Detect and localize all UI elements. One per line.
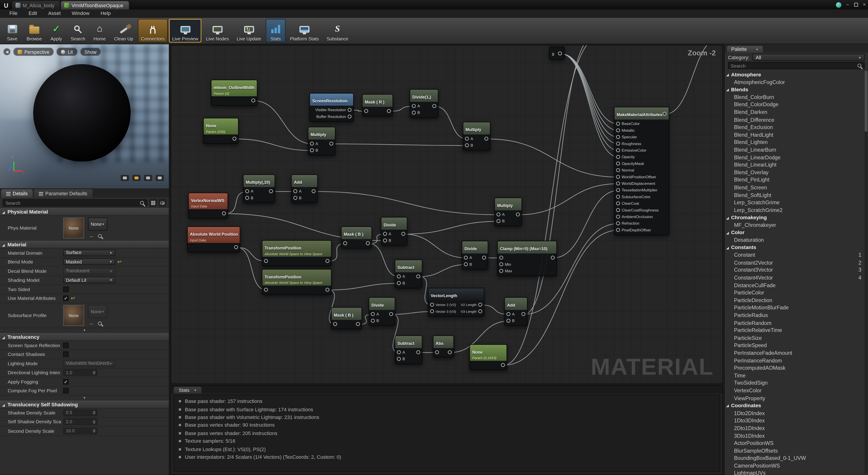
input-pin[interactable] (616, 161, 620, 165)
input-pin[interactable] (397, 274, 401, 278)
input-pin[interactable] (616, 215, 620, 218)
asset-dropdown[interactable]: None▼ (88, 217, 107, 231)
palette-item-blend-difference[interactable]: Blend_Difference (725, 116, 868, 123)
asset-dropdown[interactable]: None▼ (88, 305, 107, 318)
input-pin[interactable] (245, 196, 249, 199)
menu-asset[interactable]: Asset (43, 10, 66, 17)
dropdown-decal-blend-mode[interactable]: Translucent▼ (63, 268, 115, 274)
input-pin[interactable] (616, 122, 620, 125)
palette-item-blend-screen[interactable]: Blend_Screen (725, 184, 868, 191)
output-pin[interactable] (269, 189, 273, 193)
toolbar-live-update-button[interactable]: ↻Live Update (233, 19, 265, 42)
input-pin[interactable] (412, 104, 416, 107)
palette-item-3dto1dindex[interactable]: 3Dto1DIndex (725, 432, 868, 439)
node-multiply[interactable]: MultiplyAB (463, 122, 490, 151)
output-pin[interactable] (432, 104, 436, 107)
node-transformposition[interactable]: TransformPositionAbsolute World Space to… (262, 269, 332, 295)
palette-item-1dto2dindex[interactable]: 1Dto2DIndex (725, 409, 868, 417)
input-pin[interactable] (506, 318, 510, 322)
palette-item-camerapositionws[interactable]: CameraPositionWS (725, 462, 868, 470)
palette-group-color[interactable]: ◢Color (725, 229, 868, 236)
palette-item-lerp-scratchgrime[interactable]: Lerp_ScratchGrime (725, 199, 868, 206)
input-pin[interactable] (383, 238, 387, 242)
palette-item-2dto1dindex[interactable]: 2Dto1DIndex (725, 424, 868, 432)
palette-item-lightmapuvs[interactable]: LightmapUVs (725, 470, 868, 475)
palette-item-particlemotionblurfade[interactable]: ParticleMotionBlurFade (725, 304, 868, 311)
checkbox-compute-fog-per-pixel[interactable] (63, 388, 68, 393)
input-pin[interactable] (371, 318, 375, 322)
input-pin[interactable] (616, 195, 620, 198)
tab-stats[interactable]: Stats ▼ (174, 387, 202, 393)
palette-item-blend-colordodge[interactable]: Blend_ColorDodge (725, 101, 868, 108)
palette-item-desaturation[interactable]: Desaturation (725, 236, 868, 244)
minimize-button[interactable]: – (846, 2, 849, 7)
node-divide-1[interactable]: Divide(1,)AB (410, 89, 438, 118)
palette-item-particlerandom[interactable]: ParticleRandom (725, 319, 868, 326)
output-pin[interactable] (356, 322, 360, 326)
palette-scrollbar[interactable] (865, 71, 867, 474)
details-search-input[interactable]: Search (3, 199, 147, 207)
checkbox-screen-space-reflection[interactable] (63, 342, 68, 348)
use-selected-asset-icon[interactable]: ← (89, 233, 94, 239)
palette-search-input[interactable]: Search (728, 62, 865, 69)
input-pin[interactable] (616, 228, 620, 232)
input-pin[interactable] (430, 309, 434, 313)
palette-item-constant[interactable]: Constant1 (725, 251, 868, 259)
input-pin[interactable] (333, 322, 337, 326)
menu-window[interactable]: Window (67, 10, 94, 17)
palette-item-particleradius[interactable]: ParticleRadius (725, 312, 868, 319)
output-pin[interactable] (232, 136, 237, 140)
output-pin[interactable] (401, 232, 405, 235)
viewport-tool-button-4[interactable] (155, 174, 164, 182)
input-pin[interactable] (616, 201, 620, 205)
palette-item-vertexcolor[interactable]: VertexColor (725, 387, 868, 394)
palette-item-particlespeed[interactable]: ParticleSpeed (725, 342, 868, 349)
palette-item-blend-linearburn[interactable]: Blend_LinearBurn (725, 146, 868, 153)
palette-item-particledirection[interactable]: ParticleDirection (725, 296, 868, 304)
tab-parameter-defaults[interactable]: Parameter Defaults (34, 189, 92, 198)
reset-to-default-icon[interactable]: ↩ (117, 259, 121, 264)
spinbox-second-density-scale[interactable]: 10.0 (63, 428, 97, 434)
toolbar-clean-up-button[interactable]: Clean Up (111, 19, 136, 42)
palette-group-blends[interactable]: ◢Blends (725, 86, 868, 93)
asset-thumbnail[interactable]: None (63, 217, 84, 239)
input-pin[interactable] (616, 208, 620, 212)
output-pin[interactable] (416, 274, 420, 278)
input-pin[interactable] (465, 136, 469, 140)
palette-item-constant4vector[interactable]: Constant4Vector4 (725, 274, 868, 281)
menu-edit[interactable]: Edit (24, 10, 42, 17)
spinbox-directional-lighting-inten[interactable]: 1.0 (63, 369, 97, 376)
node-clamp-min-0-max-10[interactable]: Clamp (Min=0) (Max=10)MinMax (497, 241, 557, 276)
output-pin[interactable] (485, 136, 488, 140)
input-pin[interactable] (245, 189, 249, 193)
viewport-collapse-toolbar-icon[interactable]: ◀ (3, 48, 11, 55)
palette-item-precomputedaomask[interactable]: PrecomputedAOMask (725, 364, 868, 372)
input-pin[interactable] (310, 141, 314, 145)
input-pin[interactable] (497, 219, 500, 223)
palette-item-1dto3dindex[interactable]: 1Dto3DIndex (725, 417, 868, 424)
input-pin[interactable] (397, 281, 401, 285)
palette-item-perinstancerandom[interactable]: PerInstanceRandom (725, 357, 868, 364)
palette-item-constant2vector[interactable]: Constant2Vector2 (725, 259, 868, 266)
output-pin[interactable] (389, 312, 393, 316)
palette-group-atmosphere[interactable]: ◢Atmosphere (725, 71, 868, 78)
preview-viewport[interactable]: ◀ Perspective Lit Show (0, 44, 169, 188)
palette-item-blend-lighten[interactable]: Blend_Lighten (725, 138, 868, 146)
palette-item-distancecullfade[interactable]: DistanceCullFade (725, 282, 868, 289)
category-dropdown[interactable]: All ▼ (752, 54, 865, 61)
session-indicator-icon[interactable] (836, 2, 841, 7)
palette-item-blend-hardlight[interactable]: Blend_HardLight (725, 131, 868, 138)
output-pin[interactable] (558, 51, 562, 55)
expand-advanced-chevron[interactable]: ▾ (0, 396, 169, 401)
spinbox-shadow-density-scale[interactable]: 0.5 (63, 409, 97, 416)
input-pin[interactable] (430, 303, 434, 306)
palette-item-blend-colorburn[interactable]: Blend_ColorBurn (725, 93, 868, 101)
output-pin[interactable] (478, 303, 482, 306)
toolbar-live-nodes-button[interactable]: Live Nodes (203, 19, 232, 42)
node-subtract[interactable]: SubtractAB (395, 260, 422, 288)
output-pin[interactable] (478, 309, 482, 313)
input-pin[interactable] (343, 241, 347, 245)
input-pin[interactable] (506, 312, 510, 316)
toolbar-live-preview-button[interactable]: Live Preview (169, 19, 202, 42)
menu-help[interactable]: Help (96, 10, 116, 17)
